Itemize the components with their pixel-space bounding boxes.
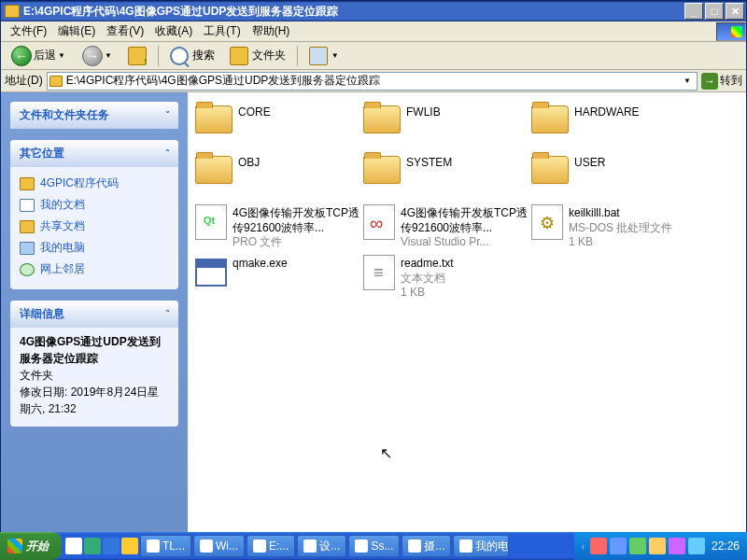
ql-icon[interactable]: [65, 538, 82, 554]
file-list[interactable]: COREFWLIBHARDWAREOBJSYSTEMUSER4G图像传输开发板T…: [188, 92, 746, 532]
sidebar-place-link[interactable]: 网上邻居: [20, 259, 169, 280]
taskbar-label: Wi...: [216, 539, 238, 553]
file-label: qmake.exe: [233, 255, 288, 272]
sidebar-place-link[interactable]: 我的电脑: [20, 237, 169, 259]
file-item[interactable]: OBJ: [195, 154, 363, 201]
taskbar-button[interactable]: Ss...: [348, 535, 400, 557]
taskbar-button[interactable]: TL...: [140, 535, 191, 557]
folders-button[interactable]: 文件夹: [224, 45, 291, 67]
menubar: 文件(F) 编辑(E) 查看(V) 收藏(A) 工具(T) 帮助(H): [1, 21, 746, 42]
start-button[interactable]: 开始: [0, 532, 62, 560]
tray-icon[interactable]: [688, 538, 705, 554]
taskbar-label: 摄...: [424, 539, 444, 554]
views-button[interactable]: ▼: [303, 45, 345, 67]
back-button[interactable]: ← 后退 ▼: [5, 43, 72, 69]
go-icon: →: [701, 73, 718, 90]
details-mod-label: 修改日期:: [20, 385, 67, 399]
taskbar-label: Ss...: [371, 539, 393, 553]
windows-flag-icon: [7, 539, 22, 553]
clock[interactable]: 22:26: [712, 539, 740, 553]
tray-icon[interactable]: [629, 538, 646, 554]
go-label: 转到: [720, 73, 742, 89]
close-button[interactable]: ✕: [726, 3, 744, 20]
tray-icon[interactable]: [610, 538, 627, 554]
file-item[interactable]: CORE: [195, 104, 363, 150]
app-icon: [253, 539, 266, 553]
tasks-panel-header[interactable]: 文件和文件夹任务 ˇ: [10, 102, 178, 129]
sidebar-place-link[interactable]: 4GPIC程序代码: [20, 173, 169, 194]
file-icon: [195, 204, 227, 240]
address-path: E:\4GPIC程序代码\4G图像GPS通过UDP发送到服务器定位跟踪: [66, 73, 676, 89]
taskbar-button[interactable]: 我的电脑: [453, 535, 509, 557]
menu-help[interactable]: 帮助(H): [247, 21, 296, 41]
sidebar-place-link[interactable]: 我的文档: [20, 194, 169, 216]
file-label: FWLIB: [406, 104, 441, 120]
file-item[interactable]: HARDWARE: [531, 104, 699, 150]
menu-file[interactable]: 文件(F): [5, 21, 52, 41]
details-panel-header[interactable]: 详细信息 ˆ: [10, 301, 178, 328]
menu-fav[interactable]: 收藏(A): [149, 21, 198, 41]
tasks-panel: 文件和文件夹任务 ˇ: [10, 102, 178, 129]
taskbar-button[interactable]: 摄...: [402, 535, 451, 557]
window-title: E:\4GPIC程序代码\4G图像GPS通过UDP发送到服务器定位跟踪: [23, 4, 683, 20]
details-type: 文件夹: [20, 369, 53, 382]
taskbar: 开始 TL...Wi...E:...设...Ss...摄...我的电脑 ‹ 22…: [0, 532, 747, 560]
address-input[interactable]: E:\4GPIC程序代码\4G图像GPS通过UDP发送到服务器定位跟踪 ▼: [47, 72, 698, 91]
tray-expand-icon[interactable]: ‹: [582, 541, 585, 552]
file-icon: [195, 259, 227, 287]
details-name: 4G图像GPS通过UDP发送到服务器定位跟踪: [20, 335, 161, 365]
toolbar: ← 后退 ▼ → ▼ 搜索 文件夹 ▼: [1, 42, 746, 70]
folder-icon: [49, 76, 63, 87]
net-icon: [20, 263, 35, 276]
forward-button[interactable]: → ▼: [76, 43, 119, 69]
doc-icon: [20, 199, 35, 212]
places-panel-header[interactable]: 其它位置 ˆ: [10, 140, 178, 167]
search-button[interactable]: 搜索: [164, 45, 220, 67]
ql-icon[interactable]: [121, 538, 138, 554]
file-item[interactable]: FWLIB: [363, 104, 531, 150]
file-item[interactable]: qmake.exe: [195, 255, 363, 301]
collapse-icon: ˆ: [166, 148, 169, 159]
file-label: CORE: [238, 104, 271, 120]
menu-edit[interactable]: 编辑(E): [52, 21, 101, 41]
maximize-button[interactable]: □: [705, 3, 724, 20]
tray-icon[interactable]: [590, 538, 607, 554]
separator: [158, 46, 159, 66]
collapse-icon: ˆ: [166, 309, 169, 319]
folder-icon: [531, 105, 569, 133]
file-label: USER: [574, 154, 605, 171]
app-icon: [200, 539, 213, 553]
folders-label: 文件夹: [252, 48, 286, 63]
sidebar-place-link[interactable]: 共享文档: [20, 216, 169, 237]
file-item[interactable]: readme.txt文本文档1 KB: [363, 255, 531, 301]
folder-icon: [20, 220, 35, 233]
minimize-button[interactable]: _: [684, 3, 703, 20]
app-icon: [459, 539, 472, 553]
app-icon: [147, 539, 160, 553]
ql-icon[interactable]: [103, 538, 120, 554]
folder-icon: [5, 5, 20, 18]
file-item[interactable]: USER: [531, 154, 699, 201]
search-label: 搜索: [192, 48, 215, 63]
taskbar-button[interactable]: 设...: [297, 535, 346, 557]
tray-icon[interactable]: [649, 538, 666, 554]
file-item[interactable]: SYSTEM: [363, 154, 531, 201]
go-button[interactable]: → 转到: [701, 73, 742, 90]
search-icon: [170, 47, 189, 65]
taskbar-button[interactable]: Wi...: [193, 535, 245, 557]
up-button[interactable]: [122, 45, 152, 67]
chevron-down-icon: ▼: [105, 51, 112, 60]
ql-icon[interactable]: [84, 538, 101, 554]
file-item[interactable]: 4G图像传输开发板TCP透传921600波特率...PRO 文件: [195, 204, 363, 251]
tray-icon[interactable]: [669, 538, 685, 554]
taskbar-button[interactable]: E:...: [247, 535, 295, 557]
file-item[interactable]: keilkilll.batMS-DOS 批处理文件1 KB: [531, 204, 699, 251]
file-label: OBJ: [238, 154, 260, 171]
menu-tools[interactable]: 工具(T): [198, 21, 246, 41]
titlebar[interactable]: E:\4GPIC程序代码\4G图像GPS通过UDP发送到服务器定位跟踪 _ □ …: [1, 1, 746, 21]
address-dropdown-icon[interactable]: ▼: [680, 77, 695, 85]
addressbar: 地址(D) E:\4GPIC程序代码\4G图像GPS通过UDP发送到服务器定位跟…: [1, 70, 746, 92]
file-item[interactable]: 4G图像传输开发板TCP透传921600波特率...Visual Studio …: [363, 204, 531, 251]
taskbar-label: TL...: [162, 539, 185, 553]
menu-view[interactable]: 查看(V): [101, 21, 149, 41]
